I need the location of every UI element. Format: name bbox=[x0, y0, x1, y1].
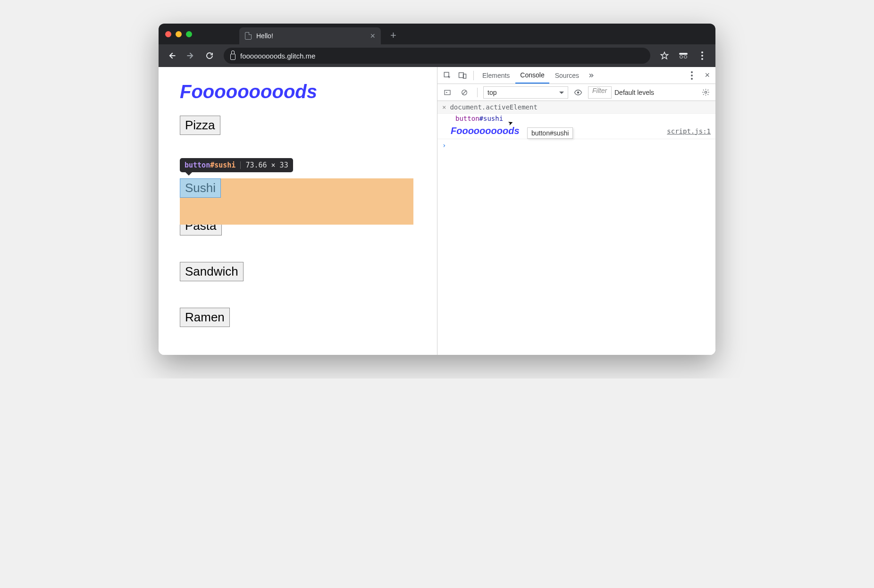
sandwich-button[interactable]: Sandwich bbox=[180, 262, 244, 281]
reload-button[interactable] bbox=[201, 47, 218, 64]
inspect-tooltip: button#sushi 73.66 × 33 bbox=[180, 158, 293, 172]
device-toolbar-button[interactable] bbox=[455, 68, 470, 83]
tooltip-id: #sushi bbox=[210, 161, 235, 169]
result-tag: button bbox=[455, 115, 479, 122]
inspect-element-button[interactable] bbox=[440, 68, 454, 83]
svg-point-5 bbox=[577, 91, 580, 93]
browser-tab[interactable]: Hello! × bbox=[239, 27, 381, 44]
reload-icon bbox=[205, 51, 214, 60]
browser-window: Hello! × + fooooooooods.glitch.me bbox=[159, 24, 715, 355]
web-page: Fooooooooods Pizza button#sushi 73.66 × … bbox=[159, 67, 437, 355]
separator bbox=[477, 88, 478, 97]
file-icon bbox=[245, 32, 252, 40]
tab-title: Hello! bbox=[256, 32, 273, 40]
content-area: Fooooooooods Pizza button#sushi 73.66 × … bbox=[159, 67, 715, 355]
minimize-window-icon[interactable] bbox=[176, 31, 182, 37]
inspect-icon bbox=[443, 71, 452, 80]
url-text: fooooooooods.glitch.me bbox=[240, 52, 315, 60]
tooltip-separator bbox=[240, 161, 241, 169]
sidebar-icon bbox=[444, 89, 451, 96]
devtools-panel: Elements Console Sources × bbox=[437, 67, 715, 355]
new-tab-button[interactable]: + bbox=[390, 29, 396, 42]
eye-icon bbox=[574, 88, 582, 97]
more-tabs-button[interactable] bbox=[585, 72, 597, 79]
log-message: Fooooooooods bbox=[442, 126, 520, 136]
clear-icon bbox=[461, 89, 468, 96]
titlebar: Hello! × + bbox=[159, 24, 715, 44]
incognito-icon bbox=[679, 53, 688, 59]
console-toolbar: top Filter Default levels bbox=[437, 84, 715, 101]
delete-entry-icon[interactable]: × bbox=[442, 103, 446, 111]
devtools-tabs: Elements Console Sources × bbox=[437, 67, 715, 84]
browser-toolbar: fooooooooods.glitch.me bbox=[159, 44, 715, 67]
context-value: top bbox=[487, 89, 496, 96]
log-levels-selector[interactable]: Default levels bbox=[614, 89, 654, 96]
lock-icon bbox=[230, 54, 235, 60]
gear-icon bbox=[702, 88, 710, 96]
sushi-button-wrapper: Sushi bbox=[180, 178, 221, 198]
tab-console[interactable]: Console bbox=[515, 67, 549, 84]
console-prompt[interactable]: › bbox=[437, 139, 715, 151]
arrow-right-icon bbox=[186, 51, 195, 60]
address-bar[interactable]: fooooooooods.glitch.me bbox=[224, 48, 650, 64]
svg-point-6 bbox=[705, 91, 706, 93]
arrow-left-icon bbox=[167, 51, 176, 60]
devtools-menu-button[interactable] bbox=[685, 68, 699, 83]
tab-sources[interactable]: Sources bbox=[550, 67, 584, 84]
close-tab-icon[interactable]: × bbox=[370, 32, 375, 40]
close-window-icon[interactable] bbox=[165, 31, 171, 37]
kebab-icon bbox=[701, 51, 703, 60]
context-selector[interactable]: top bbox=[483, 86, 568, 99]
console-log-row[interactable]: Fooooooooods script.js:1 bbox=[437, 123, 715, 139]
maximize-window-icon[interactable] bbox=[186, 31, 192, 37]
tooltip-tag: button bbox=[185, 161, 210, 169]
filter-input[interactable]: Filter bbox=[588, 86, 612, 99]
back-button[interactable] bbox=[163, 47, 180, 64]
console-command-row[interactable]: × document.activeElement bbox=[437, 101, 715, 114]
close-devtools-button[interactable]: × bbox=[702, 70, 713, 80]
incognito-indicator bbox=[675, 47, 692, 64]
kebab-icon bbox=[691, 71, 693, 80]
result-id: #sushi bbox=[479, 115, 504, 122]
clear-console-button[interactable] bbox=[457, 85, 471, 100]
console-result-row[interactable]: button#sushi bbox=[437, 114, 715, 123]
console-settings-button[interactable] bbox=[699, 88, 713, 96]
browser-menu-button[interactable] bbox=[694, 47, 711, 64]
pizza-button[interactable]: Pizza bbox=[180, 116, 220, 135]
svg-rect-1 bbox=[459, 73, 464, 78]
separator bbox=[473, 71, 474, 80]
devices-icon bbox=[458, 71, 467, 80]
star-icon bbox=[660, 51, 669, 60]
log-source-link[interactable]: script.js:1 bbox=[667, 127, 711, 135]
window-controls bbox=[165, 31, 192, 37]
forward-button[interactable] bbox=[182, 47, 199, 64]
live-expression-button[interactable] bbox=[571, 85, 585, 100]
tab-elements[interactable]: Elements bbox=[478, 67, 514, 84]
chevron-right-double-icon bbox=[588, 72, 594, 79]
ramen-button[interactable]: Ramen bbox=[180, 308, 230, 327]
tooltip-dimensions: 73.66 × 33 bbox=[245, 161, 288, 169]
console-output: × document.activeElement button#sushi Fo… bbox=[437, 101, 715, 355]
command-text: document.activeElement bbox=[450, 103, 537, 111]
bookmark-button[interactable] bbox=[656, 47, 673, 64]
sushi-button[interactable]: Sushi bbox=[180, 178, 221, 198]
element-hover-tooltip: button#sushi bbox=[527, 127, 573, 139]
console-sidebar-toggle[interactable] bbox=[440, 85, 454, 100]
page-heading: Fooooooooods bbox=[180, 81, 416, 102]
